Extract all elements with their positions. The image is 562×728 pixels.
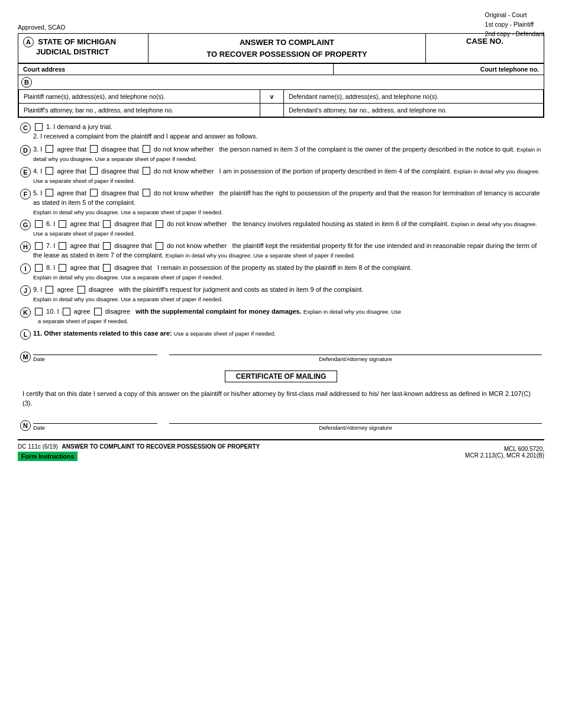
i-agree-checkbox[interactable] [59,264,66,272]
d-unknown-checkbox[interactable] [143,145,150,153]
section-f-content: 5. I agree that disagree that do not kno… [33,189,542,217]
section-a-label: A [23,37,34,47]
j-opt2: disagree [89,286,114,293]
k-main-checkbox[interactable] [35,308,43,315]
i-detail: Explain in detail why you disagree. Use … [33,274,223,281]
d-opt1: agree that [57,146,86,153]
k-prefix: 10. I [46,308,59,315]
f-opt1: agree that [57,189,86,197]
m-date-line[interactable] [33,344,157,355]
g-main-checkbox[interactable] [35,220,43,228]
e-prefix: 4. I [33,167,42,175]
f-unknown-checkbox[interactable] [143,189,150,197]
j-prefix: 9. I [33,286,42,293]
section-c-content: 1. I demand a jury trial. 2. I received … [33,123,542,141]
judicial-district: JUDICIAL DISTRICT [36,47,109,56]
item1-checkbox[interactable] [35,123,43,131]
defendant-atty-cell: Defendant's attorney, bar no., address, … [284,104,544,117]
h-main-checkbox[interactable] [35,242,43,250]
d-prefix: 3. I [33,146,42,153]
n-date-line[interactable] [33,413,157,424]
j-main: with the plaintiff's request for judgmen… [119,286,363,293]
section-f-label: F [20,189,31,199]
defendant-name-label: Defendant name(s), address(es), and tele… [289,93,438,100]
k-agree-checkbox[interactable] [63,308,70,315]
i-main-checkbox[interactable] [35,264,43,272]
g-opt1: agree that [70,220,99,227]
g-agree-checkbox[interactable] [59,220,66,228]
n-sig-label: Defendant/Attorney signature [169,424,542,431]
f-agree-checkbox[interactable] [46,189,53,197]
h-disagree-checkbox[interactable] [103,242,111,250]
section-n-row: N Date Defendant/Attorney signature [18,413,544,431]
footer-mcr: MCR 2.113(C), MCR 4.201(B) [465,452,544,459]
g-opt2: disagree that [114,220,152,227]
d-opt2: disagree that [101,146,139,153]
k-main: with the supplemental complaint for mone… [135,308,302,315]
e-opt1: agree that [57,167,86,175]
k-opt1: agree [74,308,91,315]
n-sig-line[interactable] [169,413,542,424]
footer: DC 111c (6/19) ANSWER TO COMPLAINT TO RE… [18,439,544,461]
n-date-block: Date [33,413,157,431]
form-instructions-button[interactable]: Form Instructions [18,452,77,461]
section-d-label: D [20,145,31,156]
j-agree-checkbox[interactable] [46,286,53,294]
section-m-content: Date Defendant/Attorney signature [33,344,542,362]
parties-table: Plaintiff name(s), address(es), and tele… [18,89,544,117]
f-disagree-checkbox[interactable] [90,189,98,197]
h-opt1: agree that [70,242,99,249]
f-prefix: 5. I [33,189,42,197]
h-unknown-checkbox[interactable] [156,242,163,250]
court-address-row: Court address Court telephone no. [18,63,544,75]
section-g-row: G 6. I agree that disagree that do not k… [18,220,544,239]
e-disagree-checkbox[interactable] [90,167,98,175]
d-agree-checkbox[interactable] [46,145,53,153]
state-name: STATE OF MICHIGAN [38,37,116,46]
defendant-atty-label: Defendant's attorney, bar no., address, … [289,107,447,114]
court-address-cell: Court address [18,64,334,75]
section-k-content: 10. I agree disagree with the supplement… [33,307,542,326]
f-detail: Explain in detail why you disagree. Use … [33,209,223,215]
j-opt1: agree [57,286,73,293]
k-disagree-checkbox[interactable] [94,308,102,315]
e-unknown-checkbox[interactable] [143,167,150,175]
court-tel-cell: Court telephone no. [334,64,544,75]
defendant-name-cell: Defendant name(s), address(es), and tele… [284,90,544,104]
k-opt2: disagree [105,308,130,315]
e-agree-checkbox[interactable] [46,167,53,175]
section-e-label: E [20,167,31,178]
f-opt2: disagree that [101,189,139,197]
page: Original - Court 1st copy - Plaintiff 2n… [0,0,562,728]
e-opt2: disagree that [101,167,139,175]
section-n-label: N [20,420,31,431]
j-disagree-checkbox[interactable] [77,286,85,294]
cert-mailing-text: I certify that on this date I served a c… [18,389,544,408]
footer-title: ANSWER TO COMPLAINT TO RECOVER POSSESSIO… [62,443,260,450]
n-date-label: Date [33,424,157,431]
m-sig-line[interactable] [169,344,542,355]
section-m-row: M Date Defendant/Attorney signature [18,344,544,362]
footer-left: DC 111c (6/19) ANSWER TO COMPLAINT TO RE… [18,443,260,461]
section-i-label: I [20,263,31,274]
section-j-row: J 9. I agree disagree with the plaintiff… [18,285,544,304]
section-b-label: B [21,77,32,88]
section-l-content: 11. Other statements related to this cas… [33,329,542,339]
n-sig-block: Defendant/Attorney signature [169,413,542,431]
d-disagree-checkbox[interactable] [90,145,98,153]
h-agree-checkbox[interactable] [59,242,66,250]
section-i-content: 8. I agree that disagree that I remain i… [33,263,542,282]
title-line1: ANSWER TO COMPLAINT [153,37,421,49]
section-d-content: 3. I agree that disagree that do not kno… [33,145,542,164]
g-unknown-checkbox[interactable] [156,220,163,228]
footer-right: MCL 600.5720, MCR 2.113(C), MCR 4.201(B) [465,446,544,459]
copy-line3: 2nd copy - Defendant [485,30,544,39]
m-date-block: Date [33,344,157,362]
m-sig-label: Defendant/Attorney signature [169,356,542,362]
header-left-cell: A STATE OF MICHIGAN JUDICIAL DISTRICT [18,34,148,63]
vs-spacer [260,104,284,117]
section-k-label: K [20,307,31,318]
g-disagree-checkbox[interactable] [103,220,111,228]
section-j-content: 9. I agree disagree with the plaintiff's… [33,285,542,304]
i-disagree-checkbox[interactable] [103,264,111,272]
